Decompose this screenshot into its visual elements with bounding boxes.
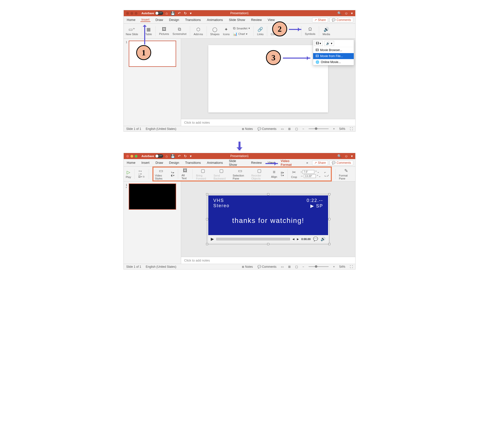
undo-icon[interactable]: ↶: [178, 11, 181, 15]
crop-button[interactable]: ✂Crop: [291, 170, 297, 179]
tab-transitions[interactable]: Transitions: [184, 161, 202, 165]
undo-icon[interactable]: ↶: [178, 154, 181, 158]
autosave-toggle[interactable]: [155, 11, 163, 15]
view-normal-icon[interactable]: ▭: [281, 127, 284, 131]
tab-more[interactable]: »: [306, 161, 308, 165]
share-button[interactable]: ↗Share: [312, 17, 328, 22]
search-icon[interactable]: 🔍: [337, 11, 342, 15]
language[interactable]: English (United States): [146, 127, 176, 131]
close-btn[interactable]: [126, 12, 129, 15]
caption-icon[interactable]: 💬: [313, 237, 318, 241]
screenshot-button[interactable]: ⧉Screenshot: [173, 27, 187, 35]
play-icon[interactable]: ▶: [211, 237, 214, 241]
symbols-button[interactable]: ΩSymbols: [305, 27, 315, 35]
tab-home[interactable]: Home: [126, 161, 136, 165]
tab-design[interactable]: Design: [168, 18, 180, 22]
comments-button[interactable]: 💬Comments: [330, 17, 353, 22]
notes-toggle[interactable]: ≣ Notes: [242, 127, 253, 131]
movie-icon-btn[interactable]: 🎞 ▾: [314, 41, 323, 46]
slide-thumbnail[interactable]: [129, 41, 176, 67]
autosave-toggle[interactable]: [155, 154, 163, 158]
slide-thumbnail-black[interactable]: [129, 183, 176, 210]
home-icon[interactable]: ⌂: [166, 154, 168, 158]
height-input[interactable]: 7.5": [302, 170, 314, 174]
audio-icon-btn[interactable]: 🔊 ▾: [324, 41, 334, 46]
tab-design[interactable]: Design: [168, 161, 180, 165]
search-icon[interactable]: 🔍: [337, 154, 342, 158]
new-slide-button[interactable]: ▭⁺New Slide: [126, 27, 138, 36]
tab-transitions[interactable]: Transitions: [184, 18, 202, 22]
table-button[interactable]: ▦Table: [145, 27, 152, 36]
chart-button[interactable]: 📊Chart▾: [233, 32, 250, 36]
links-button[interactable]: 🔗Links: [257, 27, 264, 36]
play-button[interactable]: ▷Play: [126, 170, 131, 179]
alt-text-button[interactable]: 🖼Alt Text: [182, 168, 189, 180]
tab-video-format[interactable]: Video Format: [280, 159, 302, 167]
min-btn[interactable]: [130, 12, 133, 15]
thumbnail-panel-2[interactable]: 1*: [124, 181, 181, 264]
max-btn[interactable]: [135, 155, 137, 158]
progress-bar[interactable]: [216, 238, 290, 240]
zoom-slider[interactable]: [309, 128, 329, 129]
tab-insert[interactable]: Insert: [140, 18, 151, 22]
align-button[interactable]: ≡Align: [271, 170, 277, 178]
menu-movie-browser[interactable]: 🎞 Movie Browser...: [313, 47, 354, 53]
notes-pane[interactable]: Click to add notes: [181, 119, 355, 126]
account-icon[interactable]: ☺: [345, 11, 348, 15]
view-sorter-icon[interactable]: ⊞: [288, 127, 291, 131]
save-icon[interactable]: 💾: [171, 154, 175, 158]
volume-icon[interactable]: 🔊: [321, 237, 326, 241]
menu-online-movie[interactable]: 🌐 Online Movie...: [313, 59, 354, 65]
pictures-button[interactable]: 🖼Pictures: [159, 27, 169, 35]
fit-icon[interactable]: ⛶: [350, 127, 353, 131]
tab-draw[interactable]: Draw: [154, 18, 164, 22]
home-icon[interactable]: ⌂: [166, 11, 168, 15]
bring-forward-button[interactable]: ▢Bring Forward: [196, 168, 210, 180]
max-btn[interactable]: [135, 12, 137, 15]
redo-icon[interactable]: ↻: [184, 154, 187, 158]
share-button[interactable]: ↗Share: [312, 160, 328, 165]
comments-button[interactable]: 💬Comments: [330, 160, 353, 165]
slide-canvas-2[interactable]: VHS0:22.-- Stereo▶ SP thanks for watchin…: [181, 181, 355, 257]
zoom-out[interactable]: −: [302, 127, 304, 131]
redo-icon[interactable]: ↻: [184, 11, 187, 15]
media-button[interactable]: 🔊Media: [323, 27, 330, 36]
tab-animations[interactable]: Animations: [206, 18, 224, 22]
tab-review[interactable]: Review: [250, 18, 263, 22]
tab-home[interactable]: Home: [126, 18, 136, 22]
min-btn[interactable]: [130, 155, 133, 158]
smartart-button[interactable]: ⧉SmartArt▾: [233, 26, 250, 30]
menu-movie-from-file[interactable]: 🎞 Movie from File...: [313, 53, 354, 59]
selection-pane-button[interactable]: ▭Selection Pane: [233, 168, 248, 180]
tab-animations[interactable]: Animations: [206, 161, 224, 165]
width-input[interactable]: 13.33": [304, 174, 316, 178]
tab-review[interactable]: Review: [250, 161, 263, 165]
close-btn[interactable]: [126, 155, 129, 158]
comments-toggle[interactable]: 💬 Comments: [257, 127, 276, 131]
thumbnail-panel[interactable]: 1: [124, 39, 181, 126]
tab-draw[interactable]: Draw: [154, 161, 164, 165]
notes-pane-2[interactable]: Click to add notes: [181, 257, 355, 264]
view-reading-icon[interactable]: ▢: [295, 127, 298, 131]
zoom-value[interactable]: 54%: [339, 127, 345, 131]
zoom-in[interactable]: +: [333, 127, 335, 131]
more-icon[interactable]: ▾: [190, 154, 192, 158]
icons-button[interactable]: ✦Icons: [223, 27, 230, 36]
step-back-icon[interactable]: ◂: [292, 237, 294, 241]
dropdown-icon[interactable]: ▾: [351, 154, 353, 158]
step-fwd-icon[interactable]: ▸: [297, 237, 299, 241]
more-icon[interactable]: ▾: [190, 11, 192, 15]
save-icon[interactable]: 💾: [171, 11, 175, 15]
account-icon[interactable]: ☺: [345, 154, 348, 158]
dropdown-icon[interactable]: ▾: [351, 11, 353, 15]
shapes-button[interactable]: ◯Shapes: [210, 27, 220, 36]
send-backward-button[interactable]: ▢Send Backward: [214, 168, 229, 180]
addins-button[interactable]: ⬡Add-ins: [194, 27, 203, 36]
tab-slideshow[interactable]: Slide Show: [228, 18, 246, 22]
tab-view[interactable]: View: [267, 18, 276, 22]
format-pane-button[interactable]: ✎Format Pane: [339, 168, 354, 180]
reorder-button[interactable]: ▢Reorder Objects: [251, 168, 267, 180]
video-styles-button[interactable]: ▭Video Styles: [155, 168, 167, 180]
inserted-video[interactable]: VHS0:22.-- Stereo▶ SP thanks for watchin…: [208, 195, 328, 243]
tab-insert[interactable]: Insert: [140, 161, 151, 165]
